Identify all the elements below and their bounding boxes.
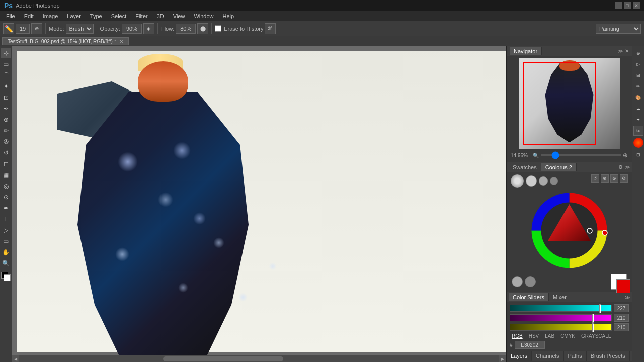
doc-tab[interactable]: TestStuff_BIG_002.psd @ 15% (HOT, RGB/8#…	[2, 37, 129, 45]
navigator-close-icon[interactable]: ✕	[625, 48, 629, 54]
brush-tool-icon[interactable]: ✏️	[3, 23, 14, 34]
text-tool[interactable]: T	[1, 214, 11, 224]
swatch-dark[interactable]	[525, 276, 536, 287]
zoom-tool[interactable]: 🔍	[1, 258, 11, 268]
g-slider-thumb[interactable]	[592, 314, 594, 323]
swatch-gray[interactable]	[512, 276, 523, 287]
menu-file[interactable]: File	[2, 12, 19, 20]
paths-tab[interactable]: Paths	[564, 351, 587, 361]
edge-clone-icon[interactable]: ⊞	[633, 70, 643, 80]
color-sliders-tab[interactable]: Color Sliders	[509, 293, 549, 301]
color-control-btn-3[interactable]: ⊗	[610, 174, 618, 183]
coolorus-tab[interactable]: Coolorus 2	[541, 163, 577, 171]
zoom-in-icon[interactable]: ⊕	[623, 152, 628, 159]
color-preset-white[interactable]	[511, 174, 524, 188]
color-preset-mid[interactable]	[550, 177, 558, 185]
menu-type[interactable]: Type	[86, 12, 106, 20]
shape-tool[interactable]: ▭	[1, 236, 11, 246]
horizontal-scrollbar[interactable]: ◀ ▶	[12, 355, 506, 362]
r-slider-value[interactable]	[614, 304, 629, 312]
color-preset-gray[interactable]	[526, 175, 537, 187]
minimize-button[interactable]: —	[615, 2, 622, 9]
mode-select[interactable]: Brush	[66, 24, 94, 34]
scroll-right-button[interactable]: ▶	[499, 355, 506, 362]
color-wheel-container[interactable]	[530, 192, 608, 269]
lab-mode-tab[interactable]: LAB	[543, 333, 556, 339]
menu-help[interactable]: Help	[219, 12, 238, 20]
doc-tab-close[interactable]: ✕	[119, 39, 123, 44]
color-gear-icon[interactable]: ⚙	[620, 174, 628, 183]
navigator-tab[interactable]: Navigator	[510, 47, 542, 55]
edge-color-icon[interactable]: ⊕	[633, 48, 643, 58]
channels-tab[interactable]: Channels	[532, 351, 564, 361]
lasso-tool[interactable]: ⌒	[1, 70, 11, 80]
blur-tool[interactable]: ◎	[1, 181, 11, 191]
foreground-background-colors[interactable]	[1, 272, 11, 282]
opacity-jitter-icon[interactable]: ◈	[143, 23, 154, 34]
magic-wand-tool[interactable]: ✦	[1, 81, 11, 92]
hsv-mode-tab[interactable]: HSV	[527, 333, 541, 339]
opacity-input[interactable]	[122, 24, 142, 34]
color-sliders-expand-icon[interactable]: ≫	[625, 295, 630, 300]
r-slider-thumb[interactable]	[599, 304, 601, 313]
menu-select[interactable]: Select	[107, 12, 131, 20]
edge-fx-icon[interactable]: ✦	[633, 115, 643, 125]
erase-to-history-checkbox[interactable]	[215, 25, 221, 32]
color-panel-expand-icon[interactable]: ≫	[625, 164, 630, 170]
edge-smudge-icon[interactable]: ☁	[633, 104, 643, 114]
maximize-button[interactable]: □	[624, 2, 631, 9]
r-slider-track[interactable]	[510, 305, 612, 312]
b-slider-thumb[interactable]	[592, 323, 594, 332]
g-slider-track[interactable]	[510, 314, 612, 321]
menu-edit[interactable]: Edit	[20, 12, 38, 20]
edge-layers-icon[interactable]: ⊡	[633, 150, 643, 160]
smoothing-icon[interactable]: ⌘	[265, 23, 276, 34]
edge-color-wheel-icon[interactable]	[633, 138, 643, 148]
layers-tab[interactable]: Layers	[507, 351, 532, 361]
menu-image[interactable]: Image	[39, 12, 62, 20]
eyedropper-tool[interactable]: ✒	[1, 104, 11, 114]
rgb-mode-tab[interactable]: RGB	[510, 333, 525, 339]
airbrush-icon[interactable]: ⬤	[197, 23, 208, 34]
menu-window[interactable]: Window	[190, 12, 217, 20]
menu-filter[interactable]: Filter	[131, 12, 151, 20]
healing-tool[interactable]: ⊕	[1, 115, 11, 125]
b-slider-track[interactable]	[510, 324, 612, 331]
g-slider-value[interactable]	[614, 314, 629, 322]
edge-ku-icon[interactable]: ku	[633, 126, 643, 136]
brush-tool[interactable]: ✏	[1, 126, 11, 136]
color-control-btn-1[interactable]: ↺	[591, 174, 599, 183]
brush-size-icon[interactable]: ⊕	[31, 23, 42, 34]
hex-input[interactable]	[515, 341, 545, 349]
nav-viewport-box[interactable]	[523, 62, 596, 145]
scroll-left-button[interactable]: ◀	[12, 355, 19, 362]
eraser-tool[interactable]: ◻	[1, 159, 11, 169]
move-tool[interactable]: ⊹	[1, 48, 11, 58]
brush-size-input[interactable]	[16, 24, 30, 34]
edge-brush-icon[interactable]: ✏	[633, 81, 643, 92]
swatches-tab[interactable]: Swatches	[509, 163, 541, 171]
clone-stamp-tool[interactable]: ✇	[1, 137, 11, 147]
zoom-out-icon[interactable]: 🔍	[533, 153, 539, 158]
path-tool[interactable]: ▷	[1, 225, 11, 235]
color-control-btn-2[interactable]: ⊕	[601, 174, 609, 183]
canvas-area[interactable]: ◀ ▶	[12, 46, 506, 362]
mixer-tab[interactable]: Mixer	[549, 293, 571, 301]
color-preset-darkgray[interactable]	[539, 176, 548, 186]
dodge-tool[interactable]: ⊙	[1, 192, 11, 202]
brush-presets-tab[interactable]: Brush Presets	[587, 351, 630, 361]
workspace-select[interactable]: Painting	[596, 24, 641, 34]
nav-zoom-slider[interactable]	[541, 154, 621, 156]
color-panel-gear-icon[interactable]: ⚙	[618, 164, 623, 170]
edge-play-icon[interactable]: ▷	[633, 59, 643, 69]
flow-input[interactable]	[176, 24, 196, 34]
hand-tool[interactable]: ✋	[1, 247, 11, 257]
pen-tool[interactable]: ✒	[1, 203, 11, 213]
cmyk-mode-tab[interactable]: CMYK	[558, 333, 577, 339]
history-brush-tool[interactable]: ↺	[1, 148, 11, 158]
fg-color-swatch[interactable]	[616, 279, 630, 293]
bg-color-swatch[interactable]	[611, 274, 627, 290]
b-slider-value[interactable]	[614, 323, 629, 331]
navigator-expand-icon[interactable]: ≫	[618, 48, 623, 54]
menu-3d[interactable]: 3D	[153, 12, 168, 20]
